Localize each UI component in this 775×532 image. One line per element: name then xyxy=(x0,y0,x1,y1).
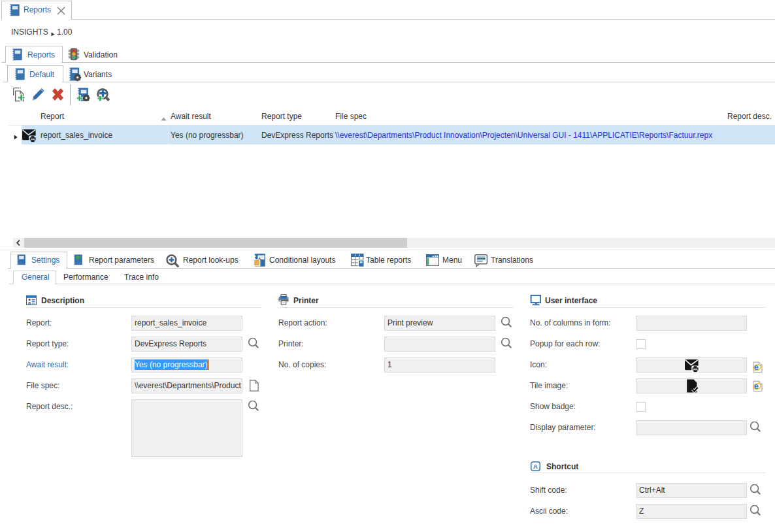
svg-text:e: e xyxy=(754,362,759,372)
svg-text:A: A xyxy=(533,463,538,470)
svg-text:e: e xyxy=(754,381,759,391)
